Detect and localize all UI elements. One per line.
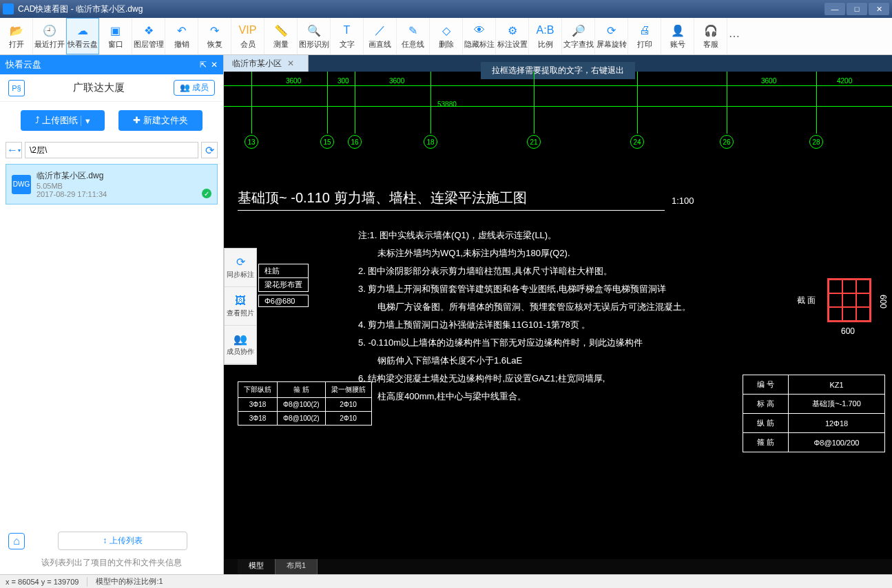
home-button[interactable]: ⌂ [8,533,25,549]
tab-layout[interactable]: 布局1 [276,559,318,574]
dimension: 4200 [837,77,852,85]
window-title: CAD快速看图 - 临沂市某小区.dwg [18,3,143,15]
new-folder-button[interactable]: ✚ 新建文件夹 [118,110,203,131]
toolbar-画直线[interactable]: ／画直线 [364,18,397,54]
cad-drawing: 13151618212426283600300360036004200 5388… [224,72,892,558]
toolbar-窗口[interactable]: ▣窗口 [99,18,132,54]
toolbar-icon: ⚙ [505,23,520,38]
document-tab[interactable]: 临沂市某小区 ✕ [224,55,309,72]
note-line: 柱高度400mm,柱中心与梁中线重合。 [358,388,716,406]
tab-model[interactable]: 模型 [238,559,276,574]
panel-header: 快看云盘 ⇱ ✕ [0,55,223,74]
status-bar: x = 86054 y = 139709 模型中的标注比例:1 [0,574,892,588]
drawing-notes: 注:1. 图中实线表示墙体(Q1)，虚线表示连梁(LL)。未标注外墙均为WQ1,… [358,227,716,406]
toolbar-icon: ⟳ [604,23,619,38]
toolbar-more[interactable]: ⋯ [727,18,741,54]
rebar-table: 下部纵筋箍 筋梁一侧腰筋3Φ18Φ8@100(2)2Φ103Φ18Φ8@100(… [238,381,372,426]
minimize-button[interactable]: — [824,3,845,15]
toolbar-icon: 🎧 [703,23,718,38]
toolbar-账号[interactable]: 👤账号 [661,18,694,54]
canvas-area[interactable]: 临沂市某小区 ✕ 拉框选择需要提取的文字，右键退出 ⟳同步标注🖼查看照片👥成员协… [224,55,892,574]
close-button[interactable]: ✕ [869,3,889,15]
coordinates: x = 86054 y = 139709 [6,578,79,586]
toolbar-恢复[interactable]: ↷恢复 [198,18,231,54]
company-logo-icon: P§ [8,80,25,96]
note-line: 钢筋伸入下部墙体长度不小于1.6LaE [358,352,716,370]
note-line: 注:1. 图中实线表示墙体(Q1)，虚线表示连梁(LL)。 [358,227,716,244]
toolbar-会员[interactable]: VIP会员 [231,18,265,54]
axis-bubble: 18 [424,135,437,149]
file-item[interactable]: DWG 临沂市某小区.dwg 5.05MB 2017-08-29 17:11:3… [6,164,218,204]
toolbar-icon: 🖨 [637,23,652,38]
note-line: 3. 剪力墙上开洞和预留套管详建筑图和各专业图纸,电梯呼梯盒等电梯预留洞详 [358,280,716,298]
dimension: 3600 [389,77,404,85]
axis-bubble: 28 [809,135,823,149]
file-size: 5.05MB [37,182,107,190]
synced-icon: ✓ [202,189,211,198]
total-dimension: 53880 [437,101,457,108]
title-bar: CAD快速看图 - 临沂市某小区.dwg — □ ✕ [0,0,892,18]
tab-close-icon[interactable]: ✕ [287,59,294,68]
note-line: 电梯厂方设备图。所有墙体的预留洞、预埋套管应核对无误后方可浇注混凝土。 [358,298,716,316]
toolbar-文字[interactable]: T文字 [331,18,364,54]
axis-bubble: 15 [320,135,334,149]
drawing-scale: 1:100 [672,196,694,206]
toolbar-icon: 🔍 [307,23,322,38]
toolbar-icon: T [340,23,355,38]
note-line: 6. 结构梁交混凝土墙处无边缘构件时,应设置GAZ1;柱宽同墙厚, [358,370,716,388]
company-name: 广联达大厦 [25,81,174,94]
toolbar-icon: ↶ [174,23,189,38]
tab-label: 临沂市某小区 [232,58,282,70]
toolbar-标注设置[interactable]: ⚙标注设置 [496,18,529,54]
toolbar-icon: ❖ [141,23,156,38]
main-toolbar: 📂打开🕘最近打开☁快看云盘▣窗口❖图层管理↶撤销↷恢复VIP会员📏测量🔍图形识别… [0,18,892,55]
toolbar-icon: 📂 [9,23,24,38]
toolbar-图层管理[interactable]: ❖图层管理 [132,18,165,54]
members-button[interactable]: 👥 成员 [174,80,215,96]
note-line: 4. 剪力墙上预留洞口边补强做法详图集11G101-1第78页 。 [358,316,716,334]
scale-status: 模型中的标注比例:1 [96,576,163,587]
axis-bubble: 21 [527,135,541,149]
path-input[interactable] [25,142,198,158]
upload-list-button[interactable]: ↕ 上传列表 [58,532,187,550]
refresh-button[interactable]: ⟳ [201,142,218,158]
upload-button[interactable]: ⤴ 上传图纸 ▾ [21,110,105,131]
note-line: 5. -0.110m以上墙体的边缘构件当下部无对应边缘构件时，则此边缘构件 [358,334,716,352]
toolbar-icon: A:B [538,23,553,38]
dimension: 3600 [286,77,301,85]
toolbar-icon: ▣ [108,23,123,38]
axis-bubble: 26 [720,135,734,149]
toolbar-任意线[interactable]: ✎任意线 [397,18,430,54]
toolbar-删除[interactable]: ◇删除 [430,18,463,54]
toolbar-icon: ◇ [439,23,454,38]
toolbar-文字查找[interactable]: 🔎文字查找 [562,18,595,54]
partial-table: 柱筋 梁花形布置 Φ6@680 [258,264,309,307]
toolbar-icon: 🔎 [571,23,586,38]
note-line: 2. 图中涂阴影部分表示剪力墙暗柱范围,具体尺寸详暗柱大样图。 [358,262,716,280]
toolbar-测量[interactable]: 📏测量 [265,18,298,54]
maximize-button[interactable]: □ [847,3,867,15]
hint-text: 该列表列出了项目的文件和文件夹信息 [0,554,223,574]
toolbar-icon: ✎ [406,23,421,38]
dimension: 3600 [761,77,776,85]
dimension: 300 [338,77,349,85]
cloud-panel: 快看云盘 ⇱ ✕ P§ 广联达大厦 👥 成员 ⤴ 上传图纸 ▾ ✚ 新建文件夹 … [0,55,224,574]
toolbar-最近打开[interactable]: 🕘最近打开 [33,18,66,54]
toolbar-打印[interactable]: 🖨打印 [628,18,661,54]
toolbar-快看云盘[interactable]: ☁快看云盘 [66,18,99,54]
back-button[interactable]: ←▾ [6,142,22,158]
axis-bubble: 24 [630,135,644,149]
dropdown-icon[interactable]: ▾ [81,116,90,126]
toolbar-隐藏标注[interactable]: 👁隐藏标注 [463,18,496,54]
toolbar-客服[interactable]: 🎧客服 [694,18,727,54]
toolbar-比例[interactable]: A:B比例 [529,18,562,54]
toolbar-撤销[interactable]: ↶撤销 [165,18,198,54]
section-view: 截 面 600 600 [827,278,871,322]
toolbar-打开[interactable]: 📂打开 [0,18,33,54]
toolbar-屏幕旋转[interactable]: ⟳屏幕旋转 [595,18,628,54]
panel-close-icon[interactable]: ✕ [211,60,218,70]
toolbar-图形识别[interactable]: 🔍图形识别 [298,18,331,54]
note-line: 未标注外墙均为WQ1,未标注内墙均为180厚(Q2). [358,244,716,262]
pin-icon[interactable]: ⇱ [200,60,207,70]
drawing-title: 基础顶~ -0.110 剪力墙、墙柱、连梁平法施工图 [238,189,665,211]
